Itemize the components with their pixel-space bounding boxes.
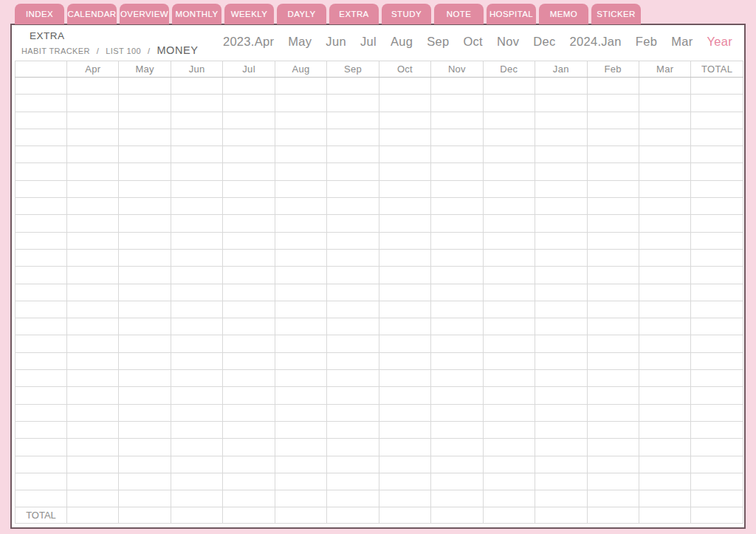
- entry-cell[interactable]: [691, 215, 743, 232]
- entry-cell[interactable]: [483, 284, 535, 301]
- entry-cell[interactable]: [587, 404, 639, 421]
- entry-cell[interactable]: [275, 439, 326, 456]
- entry-cell[interactable]: [171, 146, 222, 163]
- entry-cell[interactable]: [171, 301, 222, 318]
- entry-cell[interactable]: [379, 129, 430, 146]
- entry-cell[interactable]: [379, 370, 430, 387]
- entry-cell[interactable]: [67, 490, 119, 507]
- entry-cell[interactable]: [639, 370, 690, 387]
- entry-cell[interactable]: [483, 146, 535, 163]
- entry-cell[interactable]: [119, 78, 171, 95]
- entry-cell[interactable]: [275, 490, 326, 507]
- entry-cell[interactable]: [431, 370, 483, 387]
- entry-cell[interactable]: [379, 267, 430, 284]
- entry-cell[interactable]: [431, 456, 483, 473]
- entry-cell[interactable]: [119, 318, 171, 335]
- entry-cell[interactable]: [587, 180, 639, 197]
- row-label-cell[interactable]: [16, 249, 67, 266]
- entry-cell[interactable]: [691, 146, 743, 163]
- entry-cell[interactable]: [171, 112, 222, 129]
- row-label-cell[interactable]: [16, 490, 67, 507]
- month-nav-2024-jan[interactable]: 2024.Jan: [569, 35, 621, 49]
- month-nav-dec[interactable]: Dec: [533, 35, 555, 49]
- entry-cell[interactable]: [275, 387, 326, 404]
- entry-cell[interactable]: [639, 301, 690, 318]
- entry-cell[interactable]: [171, 78, 222, 95]
- entry-cell[interactable]: [535, 232, 587, 249]
- entry-cell[interactable]: [67, 249, 119, 266]
- entry-cell[interactable]: [639, 180, 690, 197]
- tab-hospital[interactable]: HOSPITAL: [487, 4, 536, 24]
- entry-cell[interactable]: [119, 198, 171, 215]
- entry-cell[interactable]: [691, 318, 743, 335]
- total-value-cell[interactable]: [223, 507, 275, 524]
- entry-cell[interactable]: [223, 78, 275, 95]
- entry-cell[interactable]: [327, 163, 379, 180]
- entry-cell[interactable]: [275, 198, 326, 215]
- entry-cell[interactable]: [483, 473, 535, 490]
- entry-cell[interactable]: [535, 267, 587, 284]
- entry-cell[interactable]: [535, 352, 587, 369]
- entry-cell[interactable]: [275, 335, 326, 352]
- entry-cell[interactable]: [691, 421, 743, 438]
- entry-cell[interactable]: [691, 404, 743, 421]
- entry-cell[interactable]: [691, 267, 743, 284]
- entry-cell[interactable]: [587, 284, 639, 301]
- entry-cell[interactable]: [483, 456, 535, 473]
- entry-cell[interactable]: [483, 95, 535, 112]
- entry-cell[interactable]: [483, 232, 535, 249]
- tab-note[interactable]: NOTE: [434, 4, 484, 24]
- entry-cell[interactable]: [171, 232, 222, 249]
- row-label-cell[interactable]: [16, 456, 67, 473]
- row-label-cell[interactable]: [16, 284, 67, 301]
- tab-study[interactable]: STUDY: [382, 4, 431, 24]
- entry-cell[interactable]: [379, 352, 430, 369]
- entry-cell[interactable]: [483, 267, 535, 284]
- entry-cell[interactable]: [119, 95, 171, 112]
- entry-cell[interactable]: [535, 163, 587, 180]
- entry-cell[interactable]: [67, 215, 119, 232]
- total-value-cell[interactable]: [483, 507, 535, 524]
- entry-cell[interactable]: [223, 335, 275, 352]
- row-label-cell[interactable]: [16, 215, 67, 232]
- entry-cell[interactable]: [379, 421, 430, 438]
- entry-cell[interactable]: [327, 318, 379, 335]
- month-nav-jun[interactable]: Jun: [326, 35, 346, 49]
- total-value-cell[interactable]: [171, 507, 222, 524]
- row-label-cell[interactable]: [16, 78, 67, 95]
- entry-cell[interactable]: [535, 439, 587, 456]
- row-label-cell[interactable]: [16, 335, 67, 352]
- entry-cell[interactable]: [275, 129, 326, 146]
- entry-cell[interactable]: [431, 267, 483, 284]
- entry-cell[interactable]: [587, 129, 639, 146]
- entry-cell[interactable]: [327, 267, 379, 284]
- entry-cell[interactable]: [431, 180, 483, 197]
- entry-cell[interactable]: [275, 78, 326, 95]
- entry-cell[interactable]: [639, 335, 690, 352]
- entry-cell[interactable]: [431, 473, 483, 490]
- entry-cell[interactable]: [535, 335, 587, 352]
- entry-cell[interactable]: [119, 335, 171, 352]
- row-label-cell[interactable]: [16, 439, 67, 456]
- entry-cell[interactable]: [119, 249, 171, 266]
- entry-cell[interactable]: [691, 335, 743, 352]
- entry-cell[interactable]: [327, 198, 379, 215]
- entry-cell[interactable]: [223, 198, 275, 215]
- row-label-cell[interactable]: [16, 95, 67, 112]
- entry-cell[interactable]: [67, 112, 119, 129]
- month-nav-mar[interactable]: Mar: [671, 35, 693, 49]
- row-label-cell[interactable]: [16, 473, 67, 490]
- entry-cell[interactable]: [171, 129, 222, 146]
- entry-cell[interactable]: [171, 439, 222, 456]
- entry-cell[interactable]: [587, 490, 639, 507]
- entry-cell[interactable]: [483, 112, 535, 129]
- entry-cell[interactable]: [639, 284, 690, 301]
- entry-cell[interactable]: [691, 198, 743, 215]
- entry-cell[interactable]: [535, 301, 587, 318]
- entry-cell[interactable]: [691, 490, 743, 507]
- entry-cell[interactable]: [67, 421, 119, 438]
- entry-cell[interactable]: [171, 249, 222, 266]
- entry-cell[interactable]: [639, 249, 690, 266]
- entry-cell[interactable]: [639, 163, 690, 180]
- entry-cell[interactable]: [535, 473, 587, 490]
